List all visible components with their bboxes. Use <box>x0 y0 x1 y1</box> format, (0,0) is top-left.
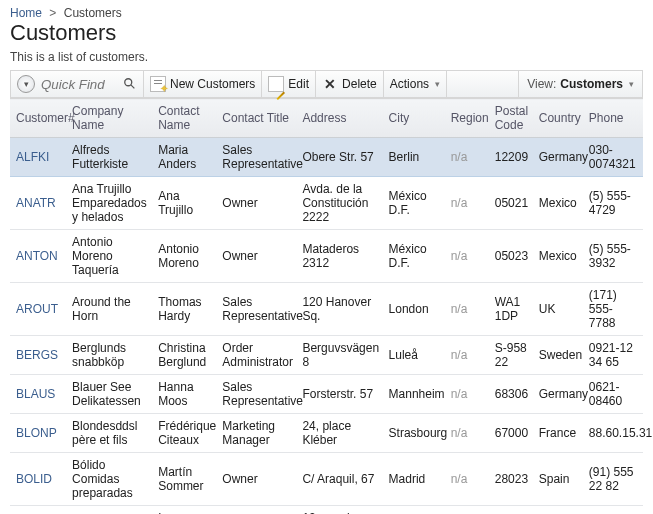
table-row[interactable]: AROUTAround the HornThomas HardySales Re… <box>10 283 643 336</box>
cell-id[interactable]: BONAP <box>10 506 66 515</box>
col-region[interactable]: Region <box>445 99 489 138</box>
table-row[interactable]: BLONPBlondesddsl père et filsFrédérique … <box>10 414 643 453</box>
cell-region: n/a <box>445 138 489 177</box>
cell-postal: 68306 <box>489 375 533 414</box>
cell-address: 120 Hanover Sq. <box>296 283 382 336</box>
delete-x-icon: ✕ <box>322 76 338 92</box>
col-id[interactable]: Customer# <box>10 99 66 138</box>
customer-link[interactable]: BOLID <box>16 472 52 486</box>
col-contact-title[interactable]: Contact Title <box>216 99 296 138</box>
search-icon[interactable] <box>123 77 137 91</box>
customer-link[interactable]: ANTON <box>16 249 58 263</box>
quick-find-group: ▾ <box>11 71 144 97</box>
delete-button-label: Delete <box>342 77 377 91</box>
actions-label: Actions <box>390 77 429 91</box>
breadcrumb-home[interactable]: Home <box>10 6 42 20</box>
cell-address: Forsterstr. 57 <box>296 375 382 414</box>
cell-address: C/ Araquil, 67 <box>296 453 382 506</box>
cell-contact_name: Antonio Moreno <box>152 230 216 283</box>
cell-contact_name: Christina Berglund <box>152 336 216 375</box>
col-postal[interactable]: Postal Code <box>489 99 533 138</box>
cell-phone: 030-0074321 <box>583 138 643 177</box>
quick-find-input[interactable] <box>39 74 123 94</box>
edit-button[interactable]: Edit <box>262 71 316 97</box>
cell-id[interactable]: BOLID <box>10 453 66 506</box>
cell-id[interactable]: AROUT <box>10 283 66 336</box>
cell-contact_title: Owner <box>216 453 296 506</box>
table-row[interactable]: BLAUSBlauer See DelikatessenHanna MoosSa… <box>10 375 643 414</box>
cell-address: Avda. de la Constitución 2222 <box>296 177 382 230</box>
cell-company: Around the Horn <box>66 283 152 336</box>
cell-id[interactable]: ALFKI <box>10 138 66 177</box>
breadcrumb: Home > Customers <box>10 6 643 20</box>
customer-link[interactable]: AROUT <box>16 302 58 316</box>
cell-city: Mannheim <box>383 375 445 414</box>
table-row[interactable]: BOLIDBólido Comidas preparadasMartín Som… <box>10 453 643 506</box>
cell-region: n/a <box>445 506 489 515</box>
cell-contact_name: Maria Anders <box>152 138 216 177</box>
cell-address: Obere Str. 57 <box>296 138 382 177</box>
cell-contact_title: Sales Representative <box>216 283 296 336</box>
cell-contact_title: Marketing Manager <box>216 414 296 453</box>
delete-button[interactable]: ✕ Delete <box>316 71 384 97</box>
cell-id[interactable]: BLAUS <box>10 375 66 414</box>
customer-link[interactable]: BERGS <box>16 348 58 362</box>
cell-company: Ana Trujillo Emparedados y helados <box>66 177 152 230</box>
new-button[interactable]: ✦ New Customers <box>144 71 262 97</box>
breadcrumb-current: Customers <box>64 6 122 20</box>
cell-company: Alfreds Futterkiste <box>66 138 152 177</box>
cell-region: n/a <box>445 230 489 283</box>
toolbar: ▾ ✦ New Customers Edit ✕ Delete Actions … <box>10 70 643 98</box>
cell-country: UK <box>533 283 583 336</box>
cell-phone: 0621-08460 <box>583 375 643 414</box>
col-company[interactable]: Company Name <box>66 99 152 138</box>
cell-company: Blauer See Delikatessen <box>66 375 152 414</box>
view-switcher[interactable]: View: Customers ▾ <box>519 71 642 97</box>
cell-country: France <box>533 414 583 453</box>
cell-country: Sweden <box>533 336 583 375</box>
chevron-down-icon: ▾ <box>24 79 29 89</box>
cell-id[interactable]: BLONP <box>10 414 66 453</box>
cell-postal: 05021 <box>489 177 533 230</box>
cell-contact_name: Thomas Hardy <box>152 283 216 336</box>
customer-link[interactable]: ANATR <box>16 196 56 210</box>
col-phone[interactable]: Phone <box>583 99 643 138</box>
table-row[interactable]: ALFKIAlfreds FutterkisteMaria AndersSale… <box>10 138 643 177</box>
page-subtitle: This is a list of customers. <box>10 50 643 64</box>
cell-contact_name: Laurence Lebihan <box>152 506 216 515</box>
cell-contact_name: Hanna Moos <box>152 375 216 414</box>
cell-phone: (91) 555 22 82 <box>583 453 643 506</box>
dropdown-button[interactable]: ▾ <box>17 75 35 93</box>
col-country[interactable]: Country <box>533 99 583 138</box>
col-contact-name[interactable]: Contact Name <box>152 99 216 138</box>
cell-contact_name: Frédérique Citeaux <box>152 414 216 453</box>
chevron-down-icon: ▾ <box>435 79 440 89</box>
col-city[interactable]: City <box>383 99 445 138</box>
cell-id[interactable]: ANTON <box>10 230 66 283</box>
cell-contact_title: Sales Representative <box>216 138 296 177</box>
cell-city: Madrid <box>383 453 445 506</box>
cell-address: Mataderos 2312 <box>296 230 382 283</box>
customer-link[interactable]: BLAUS <box>16 387 55 401</box>
cell-id[interactable]: BERGS <box>10 336 66 375</box>
chevron-down-icon: ▾ <box>629 79 634 89</box>
actions-menu[interactable]: Actions ▾ <box>384 71 447 97</box>
cell-company: Blondesddsl père et fils <box>66 414 152 453</box>
cell-address: 12, rue des Bouchers <box>296 506 382 515</box>
cell-contact_name: Martín Sommer <box>152 453 216 506</box>
table-row[interactable]: ANATRAna Trujillo Emparedados y heladosA… <box>10 177 643 230</box>
view-label: View: <box>527 77 556 91</box>
table-row[interactable]: BERGSBerglunds snabbköpChristina Berglun… <box>10 336 643 375</box>
cell-phone: 91.24.45.40 <box>583 506 643 515</box>
cell-region: n/a <box>445 283 489 336</box>
table-row[interactable]: ANTONAntonio Moreno TaqueríaAntonio More… <box>10 230 643 283</box>
col-address[interactable]: Address <box>296 99 382 138</box>
table-row[interactable]: BONAPBon app'Laurence LebihanOwner12, ru… <box>10 506 643 515</box>
customer-link[interactable]: ALFKI <box>16 150 49 164</box>
cell-country: Mexico <box>533 177 583 230</box>
cell-city: Strasbourg <box>383 414 445 453</box>
customer-link[interactable]: BLONP <box>16 426 57 440</box>
cell-id[interactable]: ANATR <box>10 177 66 230</box>
page-title: Customers <box>10 20 643 46</box>
cell-postal: 05023 <box>489 230 533 283</box>
